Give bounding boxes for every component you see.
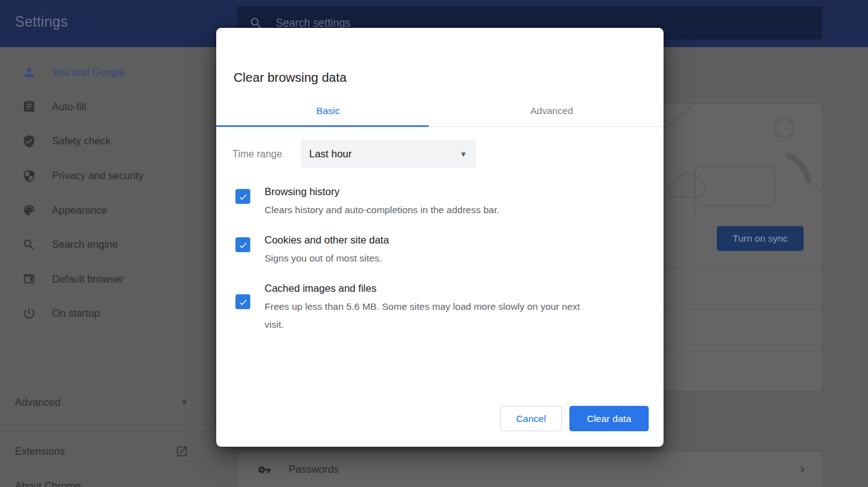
browsing-history-checkbox[interactable]	[235, 189, 250, 204]
open-in-new-icon	[175, 445, 188, 458]
sidebar-item-label: Appearance	[52, 204, 107, 216]
sidebar-advanced-toggle[interactable]: Advanced ▼	[0, 385, 209, 419]
check-icon	[238, 191, 248, 202]
key-icon	[258, 463, 271, 476]
chevron-right-icon[interactable]	[796, 463, 809, 476]
autofill-icon	[22, 100, 36, 113]
sidebar-item-on-startup[interactable]: On startup	[0, 296, 209, 331]
sidebar-item-label: On startup	[52, 307, 100, 319]
sidebar: You and Google Auto-fill Safety check Pr…	[0, 47, 237, 487]
sidebar-item-autofill[interactable]: Auto-fill	[0, 90, 209, 125]
active-tab-indicator	[216, 125, 429, 127]
sidebar-item-search-engine[interactable]: Search engine	[0, 227, 209, 262]
option-description: Frees up less than 5.6 MB. Some sites ma…	[265, 297, 584, 333]
clear-browsing-data-dialog: Clear browsing data Basic Advanced Time …	[216, 28, 664, 447]
option-cached-files: Cached images and files Frees up less th…	[235, 279, 632, 333]
sidebar-item-label: You and Google	[52, 66, 125, 78]
browser-window-icon	[22, 272, 36, 286]
option-label: Cached images and files	[265, 279, 584, 297]
sidebar-item-safety-check[interactable]: Safety check	[0, 124, 209, 159]
sidebar-nav: You and Google Auto-fill Safety check Pr…	[0, 55, 209, 331]
sidebar-item-privacy-and-security[interactable]: Privacy and security	[0, 159, 209, 193]
time-range-select[interactable]: Last hour ▼	[301, 140, 476, 168]
cached-files-checkbox[interactable]	[235, 294, 250, 309]
option-cookies: Cookies and other site data Signs you ou…	[235, 230, 632, 267]
dialog-tabs: Basic Advanced	[216, 95, 664, 127]
check-icon	[238, 240, 248, 250]
tab-basic[interactable]: Basic	[216, 95, 440, 127]
sidebar-item-label: Safety check	[52, 135, 110, 147]
dialog-footer: Cancel Clear data	[500, 406, 649, 431]
person-icon	[22, 66, 36, 79]
sidebar-item-you-and-google[interactable]: You and Google	[0, 55, 209, 90]
chevron-down-icon: ▼	[180, 398, 188, 407]
chevron-down-icon: ▼	[460, 150, 467, 159]
clear-data-options: Browsing history Clears history and auto…	[235, 182, 632, 345]
autofill-card: Passwords	[237, 451, 823, 487]
advanced-label: Advanced	[15, 397, 60, 408]
sidebar-footer: Extensions About Chrome	[0, 434, 209, 487]
passwords-row-label: Passwords	[289, 463, 796, 475]
sidebar-item-label: Auto-fill	[52, 101, 86, 113]
tab-advanced[interactable]: Advanced	[440, 95, 664, 127]
option-label: Cookies and other site data	[265, 230, 389, 249]
safety-check-icon	[22, 134, 36, 148]
about-chrome-label: About Chrome	[15, 480, 81, 487]
dialog-title: Clear browsing data	[234, 70, 346, 85]
time-range-value: Last hour	[309, 148, 460, 160]
chrome-settings-page: Settings Search settings You and Google …	[0, 0, 868, 487]
check-icon	[238, 297, 248, 307]
option-label: Browsing history	[265, 182, 499, 201]
sidebar-item-appearance[interactable]: Appearance	[0, 193, 209, 227]
sidebar-item-about-chrome[interactable]: About Chrome	[0, 469, 209, 487]
option-browsing-history: Browsing history Clears history and auto…	[235, 182, 632, 219]
power-icon	[22, 307, 36, 320]
search-icon	[22, 238, 36, 252]
privacy-shield-icon	[22, 169, 36, 183]
extensions-label: Extensions	[15, 445, 65, 457]
clear-data-button[interactable]: Clear data	[569, 406, 649, 431]
sidebar-item-label: Search engine	[52, 239, 118, 250]
time-range-label: Time range	[232, 149, 301, 160]
time-range-row: Time range Last hour ▼	[232, 140, 476, 168]
cancel-button[interactable]: Cancel	[500, 406, 562, 431]
turn-on-sync-button[interactable]: Turn on sync	[717, 226, 804, 251]
sidebar-item-default-browser[interactable]: Default browser	[0, 262, 209, 297]
cookies-checkbox[interactable]	[235, 237, 250, 252]
page-title: Settings	[15, 14, 68, 30]
option-description: Clears history and auto-completions in t…	[265, 201, 499, 219]
palette-icon	[22, 203, 36, 217]
option-description: Signs you out of most sites.	[265, 249, 389, 267]
sidebar-item-label: Privacy and security	[52, 170, 144, 182]
sidebar-divider	[0, 424, 209, 424]
sidebar-item-extensions[interactable]: Extensions	[0, 434, 209, 469]
sidebar-item-label: Default browser	[52, 273, 124, 285]
